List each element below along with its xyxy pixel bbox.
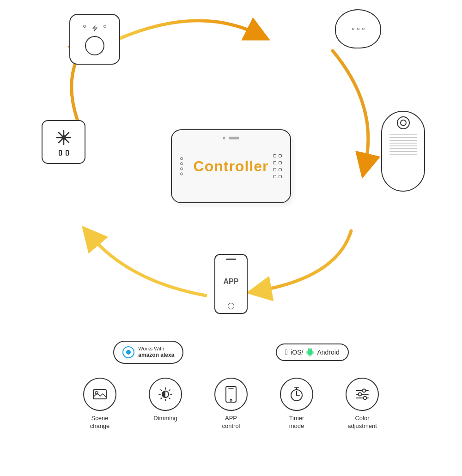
ios-android-badge:  iOS/ Android (276, 343, 348, 361)
controller-dot (223, 137, 225, 139)
svg-line-15 (161, 398, 162, 399)
dimming-svg (157, 386, 174, 403)
alexa-ring-dot (126, 350, 131, 355)
android-icon (306, 348, 314, 356)
hub-top-row (83, 25, 106, 31)
echo-dot-lights (352, 28, 365, 30)
badges-row: Works With amazon alexa  iOS/ Android (0, 332, 462, 368)
dimming-icon (149, 378, 182, 411)
alexa-works-with: Works With (138, 345, 174, 352)
alexa-badge: Works With amazon alexa (113, 341, 183, 364)
phone-image: APP (214, 254, 248, 314)
dot1 (180, 157, 183, 160)
scene-change-label: Scenechange (90, 415, 110, 430)
speaker-line8 (389, 154, 417, 155)
alexa-ring-icon (122, 346, 134, 358)
dimming-label: Dimming (153, 415, 177, 422)
rdot8 (279, 175, 282, 178)
hub-bolt-icon (91, 25, 98, 31)
feature-scene-change: Scenechange (77, 378, 123, 430)
feature-timer-mode: Timermode (274, 378, 320, 430)
feature-color-adjustment: Coloradjustment (339, 378, 385, 430)
phone-home-button (228, 303, 234, 309)
apple-icon:  (285, 348, 288, 356)
feature-dimming: Dimming (142, 378, 188, 422)
speaker-line4 (389, 143, 417, 144)
rdot2 (279, 154, 282, 157)
hub-device (69, 14, 120, 65)
speaker-body (382, 112, 424, 191)
plug-inner (43, 121, 85, 163)
android-label: Android (317, 349, 339, 356)
phone-device: APP (214, 254, 248, 314)
app-svg (223, 386, 239, 403)
controller-top-indicator (223, 137, 239, 139)
scene-change-icon (83, 378, 116, 411)
controller-label: Controller (194, 158, 269, 175)
svg-rect-5 (93, 390, 106, 399)
echo-dot-image (335, 9, 381, 48)
speaker-ring (397, 116, 410, 129)
speaker-line3 (389, 140, 417, 141)
app-control-icon (214, 378, 248, 411)
phone-app-label: APP (224, 277, 239, 286)
prong2 (66, 150, 69, 156)
echo-speaker-device (381, 111, 425, 192)
plug-icon (55, 129, 73, 146)
ios-label: iOS/ (291, 349, 303, 356)
controller-right-dots (273, 154, 282, 178)
controller-left-dots (180, 157, 183, 175)
rdot7 (273, 175, 276, 178)
rdot3 (273, 161, 276, 164)
dot2 (180, 163, 183, 165)
smart-plug-device (42, 120, 85, 164)
svg-line-14 (169, 390, 170, 391)
hub-dot (83, 25, 86, 28)
speaker-ring-inner (400, 120, 407, 126)
speaker-line7 (389, 151, 417, 152)
hub-image (69, 14, 120, 65)
speaker-line2 (389, 137, 417, 138)
echo-dot1 (352, 28, 354, 30)
timer-mode-icon (280, 378, 313, 411)
svg-line-13 (169, 398, 170, 399)
timer-mode-label: Timermode (289, 415, 304, 430)
phone-inner: APP (215, 255, 247, 313)
scene-svg (91, 386, 108, 403)
rdot6 (279, 168, 282, 171)
dot4 (180, 173, 183, 175)
speaker-line5 (389, 145, 417, 146)
rdot4 (279, 161, 282, 164)
alexa-text: Works With amazon alexa (138, 345, 174, 359)
controller-device: Controller (171, 129, 291, 203)
svg-point-29 (364, 396, 367, 399)
diagram-area: Controller (0, 0, 462, 332)
main-container: Controller (0, 0, 462, 476)
speaker-line1 (389, 134, 417, 135)
color-adjustment-label: Coloradjustment (347, 415, 377, 430)
app-control-label: APPcontrol (222, 415, 240, 430)
rdot5 (273, 168, 276, 171)
echo-speaker-image (381, 111, 425, 192)
color-svg (354, 386, 371, 403)
svg-point-28 (359, 392, 362, 396)
feature-app-control: APPcontrol (208, 378, 254, 430)
controller-rect (229, 137, 239, 139)
prong1 (59, 150, 62, 156)
hub-circle (85, 36, 104, 55)
alexa-amazon-label: amazon alexa (138, 352, 174, 359)
svg-line-12 (161, 390, 162, 391)
svg-point-27 (363, 389, 366, 392)
phone-speaker (226, 259, 236, 260)
plug-prongs (59, 150, 69, 156)
echo-dot2 (357, 28, 359, 30)
color-adjustment-icon (346, 378, 379, 411)
hub-dot2 (103, 25, 106, 28)
speaker-lines (389, 134, 417, 155)
hub-inner (83, 21, 106, 57)
smart-plug-image (42, 120, 85, 164)
svg-rect-16 (226, 386, 236, 402)
speaker-line6 (389, 148, 417, 149)
timer-svg (288, 386, 305, 403)
svg-point-18 (230, 399, 232, 401)
